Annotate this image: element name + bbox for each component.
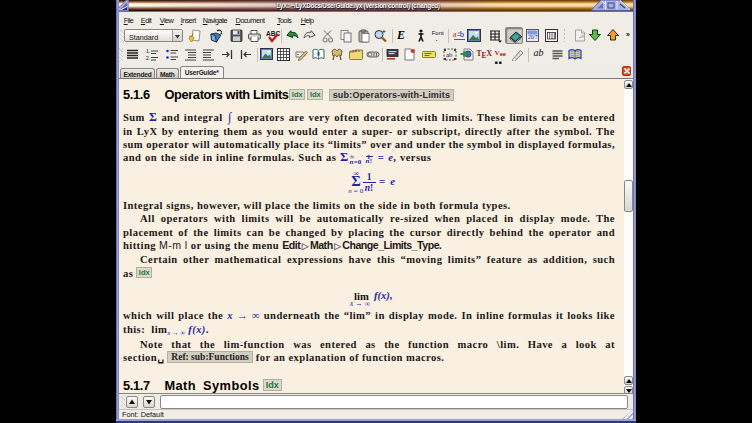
svg-text:ABC: ABC xyxy=(266,29,280,36)
svg-text:a: a xyxy=(453,30,457,39)
svg-text:1.: 1. xyxy=(146,48,150,54)
svg-text:ab: ab xyxy=(446,51,453,59)
svg-text:20/7: 20/7 xyxy=(528,33,538,39)
svg-text:b: b xyxy=(460,30,464,39)
svg-text:2.: 2. xyxy=(146,55,150,61)
